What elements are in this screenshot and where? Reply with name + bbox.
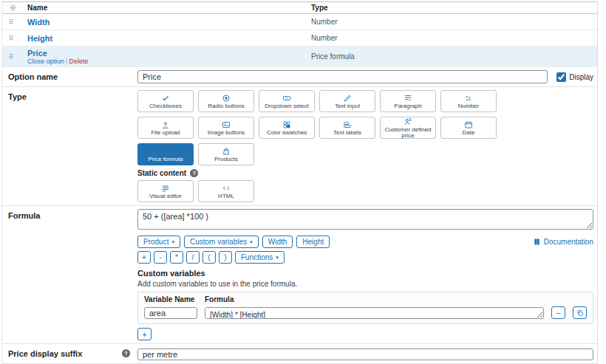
price-formula-icon: fx bbox=[161, 147, 170, 156]
color-swatches-icon bbox=[282, 120, 291, 129]
formula-textarea[interactable]: 50 + ([area] *100 ) bbox=[137, 209, 593, 230]
product-options-panel: Name Type ⠿ Width Number ⠿ Height Number… bbox=[1, 1, 598, 364]
radio-buttons-icon bbox=[222, 94, 231, 103]
copy-icon bbox=[576, 309, 584, 317]
variable-name-input[interactable] bbox=[144, 307, 197, 319]
column-header-name: Name bbox=[27, 4, 311, 12]
paragraph-icon bbox=[404, 94, 412, 103]
help-icon[interactable]: ? bbox=[190, 169, 198, 177]
book-icon bbox=[533, 238, 541, 246]
custom-variables-header: Variable Name Formula bbox=[138, 292, 593, 304]
svg-text:fx: fx bbox=[163, 148, 168, 154]
dropdown-select-icon bbox=[282, 94, 291, 103]
options-table: Name Type ⠿ Width Number ⠿ Height Number… bbox=[2, 1, 597, 67]
type-tile-customer-defined-price[interactable]: $ Customer defined price bbox=[380, 117, 436, 139]
file-upload-icon bbox=[161, 120, 170, 129]
type-tile-text-input[interactable]: Text input bbox=[319, 90, 375, 112]
products-icon bbox=[222, 147, 231, 156]
column-header-type: Type bbox=[311, 4, 597, 12]
operator-divide-button[interactable]: / bbox=[186, 251, 200, 264]
close-option-link[interactable]: Close option bbox=[27, 58, 64, 65]
operator-plus-button[interactable]: + bbox=[137, 251, 151, 264]
documentation-link[interactable]: Documentation bbox=[533, 238, 593, 246]
type-tile-date[interactable]: Date bbox=[440, 117, 497, 139]
svg-text:1: 1 bbox=[468, 95, 471, 101]
remove-variable-button[interactable]: − bbox=[551, 306, 565, 319]
type-tile-price-formula[interactable]: fx Price formula bbox=[137, 143, 194, 165]
chevron-down-icon: ▾ bbox=[276, 255, 279, 260]
custom-variables-title: Custom variables bbox=[137, 269, 593, 278]
type-tile-radio-buttons[interactable]: Radio buttons bbox=[198, 90, 254, 112]
type-tile-dropdown-select[interactable]: Dropdown select bbox=[259, 90, 315, 112]
option-type-value: Price formula bbox=[311, 52, 597, 61]
custom-variables-description: Add custom variables to use in the price… bbox=[137, 280, 593, 288]
option-name-link[interactable]: Height bbox=[27, 34, 311, 43]
option-name-label: Option name bbox=[2, 67, 136, 86]
static-content-label: Static content ? bbox=[137, 169, 593, 177]
type-tile-file-upload[interactable]: File upload bbox=[137, 117, 194, 139]
text-input-icon bbox=[343, 94, 352, 103]
variable-formula-input[interactable]: [Width] * [Height] bbox=[205, 307, 544, 319]
option-name-input[interactable] bbox=[137, 70, 548, 83]
number-icon: 1 bbox=[464, 94, 473, 103]
type-tile-html[interactable]: HTML bbox=[198, 180, 254, 202]
drag-handle-icon[interactable]: ⠿ bbox=[2, 35, 27, 42]
operator-open-paren-button[interactable]: ( bbox=[202, 251, 216, 264]
static-tiles-grid: Visual editor HTML bbox=[137, 180, 593, 202]
type-tile-image-buttons[interactable]: Image buttons bbox=[198, 117, 254, 139]
operator-close-paren-button[interactable]: ) bbox=[219, 251, 232, 264]
option-type-value: Number bbox=[311, 34, 597, 42]
price-display-suffix-label: Price display suffix ? bbox=[2, 344, 136, 363]
insert-height-button[interactable]: Height bbox=[296, 236, 330, 248]
chevron-down-icon: ▾ bbox=[250, 239, 253, 244]
option-row-price[interactable]: ⠿ Price Close option|Delete Price formul… bbox=[2, 47, 597, 67]
text-labels-icon bbox=[343, 120, 352, 129]
help-icon[interactable]: ? bbox=[122, 349, 130, 357]
add-variable-button[interactable]: + bbox=[137, 328, 152, 340]
settings-icon bbox=[2, 4, 27, 12]
display-label: Display bbox=[569, 73, 593, 81]
delete-option-link[interactable]: Delete bbox=[69, 58, 88, 65]
row-actions: Close option|Delete bbox=[27, 58, 311, 65]
custom-variables-dropdown-button[interactable]: Custom variables▾ bbox=[184, 236, 259, 248]
customer-defined-price-icon: $ bbox=[404, 117, 412, 126]
type-tile-text-labels[interactable]: Text labels bbox=[319, 117, 375, 139]
operator-multiply-button[interactable]: * bbox=[170, 251, 183, 264]
option-type-value: Number bbox=[311, 18, 597, 26]
type-tile-products[interactable]: Products bbox=[198, 143, 254, 165]
price-display-suffix-input[interactable] bbox=[137, 348, 593, 360]
type-tiles-grid: Checkboxes Radio buttons Dropdown select… bbox=[137, 90, 593, 165]
drag-handle-icon[interactable]: ⠿ bbox=[2, 18, 27, 26]
html-icon bbox=[222, 184, 231, 193]
type-tile-paragraph[interactable]: Paragraph bbox=[380, 90, 436, 112]
options-table-header: Name Type bbox=[2, 2, 597, 14]
type-tile-visual-editor[interactable]: Visual editor bbox=[137, 180, 194, 202]
type-row: Type Checkboxes Radio buttons Dropdown s… bbox=[2, 87, 597, 206]
variable-name-header: Variable Name bbox=[144, 295, 197, 303]
option-row-height[interactable]: ⠿ Height Number bbox=[2, 30, 597, 47]
drag-handle-icon[interactable]: ⠿ bbox=[2, 53, 27, 61]
type-tile-number[interactable]: 1 Number bbox=[440, 90, 497, 112]
formula-label: Formula bbox=[2, 206, 136, 343]
functions-dropdown-button[interactable]: Functions▾ bbox=[235, 251, 285, 264]
option-row-width[interactable]: ⠿ Width Number bbox=[2, 14, 597, 30]
insert-width-button[interactable]: Width bbox=[262, 236, 293, 248]
formula-insert-row: Product▾ Custom variables▾ Width Height … bbox=[137, 236, 593, 248]
type-tile-color-swatches[interactable]: Color swatches bbox=[259, 117, 315, 139]
formula-operators-row: + - * / ( ) Functions▾ bbox=[137, 251, 593, 264]
option-name-link[interactable]: Price bbox=[27, 49, 311, 58]
product-dropdown-button[interactable]: Product▾ bbox=[137, 236, 180, 248]
option-name-link[interactable]: Width bbox=[27, 18, 311, 27]
svg-text:$: $ bbox=[409, 117, 412, 122]
option-name-row: Option name Display bbox=[2, 67, 597, 87]
price-display-suffix-row: Price display suffix ? bbox=[2, 344, 597, 364]
type-tile-checkboxes[interactable]: Checkboxes bbox=[137, 90, 194, 112]
display-checkbox[interactable] bbox=[556, 72, 566, 82]
formula-row: Formula 50 + ([area] *100 ) Product▾ Cus… bbox=[2, 206, 597, 344]
duplicate-variable-button[interactable] bbox=[573, 306, 587, 319]
separator: | bbox=[66, 58, 67, 65]
operator-minus-button[interactable]: - bbox=[154, 251, 167, 264]
image-buttons-icon bbox=[222, 120, 231, 129]
chevron-down-icon: ▾ bbox=[171, 239, 174, 244]
checkboxes-icon bbox=[161, 94, 170, 103]
